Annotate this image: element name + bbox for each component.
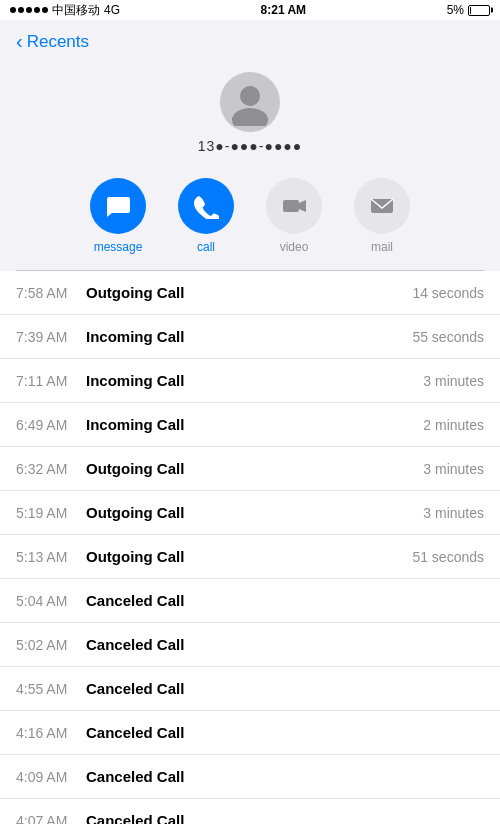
call-duration: 55 seconds [412, 329, 484, 345]
call-time: 4:09 AM [16, 769, 86, 785]
action-buttons: message call video mail [0, 166, 500, 270]
call-row: 4:55 AMCanceled Call [0, 667, 500, 711]
contact-header: 13●-●●●-●●●● [0, 64, 500, 166]
battery-icon [468, 5, 490, 16]
call-type: Outgoing Call [86, 548, 412, 565]
svg-rect-2 [283, 200, 299, 212]
back-label: Recents [27, 32, 89, 52]
status-bar: 中国移动 4G 8:21 AM 5% [0, 0, 500, 20]
phone-icon [193, 193, 219, 219]
call-time: 7:39 AM [16, 329, 86, 345]
call-type: Outgoing Call [86, 284, 412, 301]
call-time: 4:07 AM [16, 813, 86, 825]
call-type: Incoming Call [86, 416, 423, 433]
call-time: 6:49 AM [16, 417, 86, 433]
contact-name: 13●-●●●-●●●● [198, 138, 303, 154]
svg-point-1 [232, 108, 268, 126]
battery-percentage: 5% [447, 3, 464, 17]
call-time: 5:04 AM [16, 593, 86, 609]
call-row: 4:07 AMCanceled Call [0, 799, 500, 824]
video-icon [281, 193, 307, 219]
call-duration: 14 seconds [412, 285, 484, 301]
call-type: Canceled Call [86, 636, 484, 653]
call-type: Canceled Call [86, 680, 484, 697]
call-time: 5:02 AM [16, 637, 86, 653]
status-time: 8:21 AM [261, 3, 307, 17]
message-label: message [94, 240, 143, 254]
call-type: Incoming Call [86, 372, 423, 389]
message-circle [90, 178, 146, 234]
call-type: Outgoing Call [86, 504, 423, 521]
call-duration: 51 seconds [412, 549, 484, 565]
svg-point-0 [240, 86, 260, 106]
mail-circle [354, 178, 410, 234]
call-log[interactable]: 7:58 AMOutgoing Call14 seconds7:39 AMInc… [0, 271, 500, 824]
call-type: Outgoing Call [86, 460, 423, 477]
call-label: call [197, 240, 215, 254]
action-video-button[interactable]: video [266, 178, 322, 254]
call-circle [178, 178, 234, 234]
mail-label: mail [371, 240, 393, 254]
action-message-button[interactable]: message [90, 178, 146, 254]
action-call-button[interactable]: call [178, 178, 234, 254]
call-row: 5:19 AMOutgoing Call3 minutes [0, 491, 500, 535]
network-label: 4G [104, 3, 120, 17]
avatar [220, 72, 280, 132]
status-bar-right: 5% [447, 3, 490, 17]
call-type: Canceled Call [86, 724, 484, 741]
call-duration: 2 minutes [423, 417, 484, 433]
status-bar-left: 中国移动 4G [10, 2, 120, 19]
avatar-icon [226, 78, 274, 126]
call-duration: 3 minutes [423, 505, 484, 521]
call-row: 6:49 AMIncoming Call2 minutes [0, 403, 500, 447]
call-row: 5:13 AMOutgoing Call51 seconds [0, 535, 500, 579]
nav-bar: ‹ Recents [0, 20, 500, 64]
call-time: 7:11 AM [16, 373, 86, 389]
back-button[interactable]: ‹ Recents [16, 31, 89, 53]
call-time: 4:55 AM [16, 681, 86, 697]
call-row: 5:04 AMCanceled Call [0, 579, 500, 623]
call-time: 4:16 AM [16, 725, 86, 741]
message-icon [104, 192, 132, 220]
call-type: Incoming Call [86, 328, 412, 345]
call-row: 5:02 AMCanceled Call [0, 623, 500, 667]
call-time: 5:13 AM [16, 549, 86, 565]
call-type: Canceled Call [86, 592, 484, 609]
back-chevron-icon: ‹ [16, 30, 23, 53]
call-row: 4:09 AMCanceled Call [0, 755, 500, 799]
video-label: video [280, 240, 309, 254]
call-row: 7:58 AMOutgoing Call14 seconds [0, 271, 500, 315]
call-time: 7:58 AM [16, 285, 86, 301]
call-duration: 3 minutes [423, 373, 484, 389]
carrier-label: 中国移动 [52, 2, 100, 19]
call-type: Canceled Call [86, 768, 484, 785]
call-row: 4:16 AMCanceled Call [0, 711, 500, 755]
call-duration: 3 minutes [423, 461, 484, 477]
mail-icon [369, 193, 395, 219]
video-circle [266, 178, 322, 234]
battery-fill [470, 7, 471, 14]
call-row: 6:32 AMOutgoing Call3 minutes [0, 447, 500, 491]
signal-indicator [10, 7, 48, 13]
call-row: 7:39 AMIncoming Call55 seconds [0, 315, 500, 359]
svg-marker-3 [299, 200, 306, 212]
call-row: 7:11 AMIncoming Call3 minutes [0, 359, 500, 403]
call-time: 6:32 AM [16, 461, 86, 477]
action-mail-button[interactable]: mail [354, 178, 410, 254]
call-type: Canceled Call [86, 812, 484, 824]
call-time: 5:19 AM [16, 505, 86, 521]
